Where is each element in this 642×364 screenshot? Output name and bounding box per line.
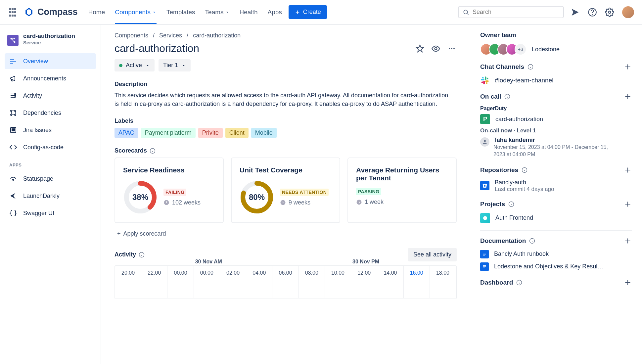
help-icon[interactable] <box>588 8 597 17</box>
status-badge: FAILING <box>163 189 186 196</box>
brand[interactable]: Compass <box>24 7 78 17</box>
svg-point-9 <box>11 110 12 112</box>
activity-header: Activity <box>115 251 145 258</box>
svg-point-18 <box>449 48 450 49</box>
oncall-provider: PagerDuty <box>480 106 632 112</box>
nav-components[interactable]: Components <box>115 1 157 24</box>
watch-icon[interactable] <box>431 44 441 54</box>
projects-header: Projects <box>480 200 632 208</box>
scorecard-returning-users[interactable]: Average Returning Users per Tenant PASSI… <box>347 158 457 223</box>
sidebar-item-jira[interactable]: Jira Issues <box>5 122 96 138</box>
sidebar-app-statuspage[interactable]: Statuspage <box>5 171 96 187</box>
clock-icon <box>356 199 362 205</box>
weeks: 9 weeks <box>280 199 310 206</box>
info-icon[interactable] <box>527 64 533 70</box>
pagerduty-icon: P <box>480 114 490 124</box>
add-icon[interactable] <box>623 92 632 101</box>
top-nav-links: Home Components Templates Teams Health A… <box>88 1 282 24</box>
doc-item[interactable]: Bancly Auth runbook <box>480 250 632 258</box>
weeks: 102 weeks <box>163 199 201 206</box>
clock-icon <box>163 200 169 205</box>
project-item[interactable]: Auth Frontend <box>480 213 632 223</box>
sidebar-item-activity[interactable]: Activity <box>5 88 96 104</box>
sidebar-app-launchdarkly[interactable]: LaunchDarkly <box>5 188 96 204</box>
crumb-services[interactable]: Services <box>159 32 182 39</box>
svg-point-0 <box>464 10 468 14</box>
settings-icon[interactable] <box>605 8 614 17</box>
search-input[interactable] <box>458 6 564 18</box>
timeline-hour: 08:00 <box>299 266 325 280</box>
nav-health[interactable]: Health <box>240 1 258 24</box>
scorecards-header: Scorecards <box>115 147 457 154</box>
app-name: Compass <box>37 7 78 17</box>
swagger-icon <box>9 209 17 217</box>
timeline-hour: 16:00 <box>404 266 430 280</box>
gauge: 38% <box>123 180 158 214</box>
sidebar-item-announcements[interactable]: Announcements <box>5 70 96 86</box>
label-private[interactable]: Privite <box>198 128 223 138</box>
scorecard-service-readiness[interactable]: Service Readiness 38% FAILING 102 weeks <box>115 158 224 223</box>
svg-point-20 <box>453 48 455 49</box>
apps-header: APPS <box>5 157 96 169</box>
add-icon[interactable] <box>623 200 632 208</box>
star-icon[interactable] <box>415 44 425 54</box>
sidebar-app-swagger[interactable]: Swagger UI <box>5 205 96 221</box>
apply-scorecard[interactable]: + Apply scorecard <box>115 229 457 239</box>
team-avatars[interactable]: +3 <box>480 43 527 55</box>
timeline-hour: 20:00 <box>115 266 141 280</box>
chevron-down-icon <box>181 63 186 68</box>
document-icon <box>480 262 489 271</box>
more-icon[interactable] <box>447 44 457 54</box>
sidebar-item-overview[interactable]: Overview <box>5 53 96 69</box>
nav-teams[interactable]: Teams <box>205 1 230 24</box>
info-icon[interactable] <box>522 167 527 173</box>
page-title: card-authorization <box>115 42 409 55</box>
info-icon[interactable] <box>508 201 514 207</box>
weeks: 1 week <box>356 199 384 205</box>
create-button[interactable]: Create <box>289 5 327 19</box>
svg-point-3 <box>609 11 611 13</box>
component-icon <box>7 35 19 46</box>
svg-point-2 <box>592 14 592 15</box>
sidebar-item-dependencies[interactable]: Dependencies <box>5 105 96 121</box>
doc-item[interactable]: Lodestone and Objectives & Key Resul… <box>480 262 632 271</box>
repos-header: Repositories <box>480 166 632 174</box>
scorecard-unit-test[interactable]: Unit Test Coverage 80% NEEDS ATTENTION 9… <box>231 158 340 223</box>
svg-rect-14 <box>12 129 15 129</box>
team-name[interactable]: Lodestone <box>532 46 560 53</box>
add-icon[interactable] <box>623 63 632 71</box>
add-icon[interactable] <box>623 237 632 245</box>
chat-channel[interactable]: #lodey-team-channel <box>480 76 632 85</box>
repo-item[interactable]: Bancly-auth Last commit 4 days ago <box>480 179 632 193</box>
nav-apps[interactable]: Apps <box>267 1 282 24</box>
oncall-service[interactable]: Pcard-authorization <box>480 114 632 124</box>
status-chip[interactable]: Active <box>115 59 155 71</box>
gauge: 80% <box>240 180 274 214</box>
status-badge: NEEDS ATTENTION <box>280 189 329 196</box>
app-switcher-icon[interactable] <box>8 8 17 17</box>
notifications-icon[interactable] <box>571 8 580 17</box>
add-icon[interactable] <box>623 166 632 174</box>
label-client[interactable]: Client <box>225 128 249 138</box>
info-icon[interactable] <box>529 238 535 244</box>
nav-home[interactable]: Home <box>88 1 105 24</box>
label-apac[interactable]: APAC <box>115 128 138 138</box>
see-all-activity[interactable]: See all activity <box>408 248 457 261</box>
nav-templates[interactable]: Templates <box>166 1 195 24</box>
add-icon[interactable] <box>623 278 632 287</box>
tier-chip[interactable]: Tier 1 <box>159 59 191 71</box>
info-icon[interactable] <box>139 252 145 258</box>
crumb-components[interactable]: Components <box>115 32 148 39</box>
user-avatar[interactable] <box>622 6 634 18</box>
crumb-current: card-authorization <box>193 32 241 39</box>
info-icon[interactable] <box>504 94 510 100</box>
timeline-hour: 10:00 <box>325 266 351 280</box>
svg-point-19 <box>451 48 452 49</box>
sidebar-item-config[interactable]: Config-as-code <box>5 139 96 155</box>
activity-icon <box>9 92 17 100</box>
label-mobile[interactable]: Mobile <box>251 128 277 138</box>
label-payment[interactable]: Payment platform <box>141 128 196 138</box>
info-icon[interactable] <box>150 148 156 154</box>
component-header: card-authorization Service <box>5 31 96 52</box>
info-icon[interactable] <box>516 280 522 286</box>
